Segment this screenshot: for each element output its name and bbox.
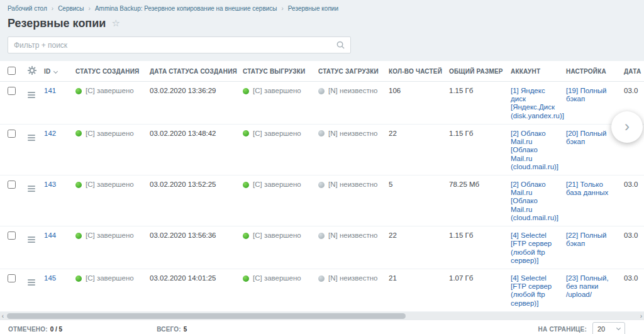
account-link[interactable]: [1] Яндекс диск [Яндекс.Диск (disk.yande… (511, 87, 564, 120)
column-header-date[interactable]: ДАТА (619, 61, 644, 82)
row-checkbox[interactable] (8, 231, 16, 240)
column-header-size[interactable]: ОБЩИЙ РАЗМЕР (444, 61, 506, 82)
cell-account: [4] Selectel [FTP сервер (любой ftp серв… (506, 226, 561, 269)
row-id-link[interactable]: 141 (44, 87, 56, 94)
row-id-link[interactable]: 144 (44, 231, 56, 239)
parts-count-text: 5 (389, 181, 392, 188)
cell-menu (23, 175, 39, 226)
row-menu-icon[interactable] (28, 278, 35, 286)
status-dot-icon (243, 182, 249, 188)
creation-date-text: 03.02.2020 13:36:29 (150, 87, 216, 94)
download-status-text: [N] неизвестно (328, 274, 377, 282)
cell-menu (23, 226, 39, 269)
row-id-link[interactable]: 142 (44, 130, 56, 137)
filter-bar (8, 36, 351, 53)
setting-link[interactable]: [22] Полный бэкап (566, 231, 607, 247)
setting-link[interactable]: [21] Только база данных (566, 181, 608, 196)
account-link[interactable]: [4] Selectel [FTP сервер (любой ftp серв… (511, 231, 552, 264)
column-header-account[interactable]: АККАУНТ (506, 61, 561, 82)
parts-count-text: 22 (389, 130, 397, 137)
breadcrumb-item[interactable]: Сервисы (58, 5, 84, 12)
column-header-id[interactable]: ID (39, 61, 70, 82)
row-menu-icon[interactable] (28, 235, 35, 243)
download-status-text: [N] неизвестно (328, 181, 377, 189)
cell-creation-status: [C] завершено (70, 124, 145, 175)
status-dot-icon (75, 182, 82, 188)
total-count-label: ВСЕГО: (157, 326, 181, 333)
row-checkbox[interactable] (8, 274, 16, 282)
setting-link[interactable]: [20] Полный бэкап (566, 130, 607, 145)
column-header-upload-status[interactable]: СТАТУС ВЫГРУЗКИ (238, 61, 313, 82)
scroll-right-arrow-icon[interactable]: › (638, 312, 644, 320)
cell-parts: 22 (384, 226, 444, 269)
selected-count-label: ОТМЕЧЕНО: (8, 326, 48, 333)
date-text: 03.0 (624, 231, 638, 239)
cell-creation-status: [C] завершено (70, 226, 145, 269)
creation-date-text: 03.02.2020 13:52:25 (150, 181, 216, 188)
row-menu-icon[interactable] (28, 91, 35, 98)
account-link[interactable]: [2] Облако Mail.ru [Облако Mail.ru (clou… (511, 181, 558, 221)
page-title: Резервные копии (8, 17, 106, 30)
cell-size: 1.15 Гб (444, 226, 506, 269)
setting-link[interactable]: [19] Полный бэкап (566, 87, 607, 103)
breadcrumb-separator-icon: › (89, 5, 91, 12)
column-header-creation-date[interactable]: ДАТА СТАТУСА СОЗДАНИЯ (145, 61, 238, 82)
cell-id: 144 (39, 226, 70, 269)
cell-download-status: [N] неизвестно (313, 175, 384, 226)
status-dot-icon (243, 233, 249, 239)
row-checkbox[interactable] (8, 130, 16, 138)
row-checkbox[interactable] (8, 87, 16, 95)
cell-checkbox (0, 82, 23, 125)
cell-upload-status: [C] завершено (238, 175, 313, 226)
cell-size: 78.25 Мб (444, 175, 506, 226)
account-link[interactable]: [4] Selectel [FTP сервер (любой ftp серв… (511, 274, 552, 307)
row-checkbox[interactable] (8, 181, 16, 189)
row-id-link[interactable]: 145 (44, 274, 56, 282)
panel-toggle-button[interactable]: › (611, 111, 643, 143)
grid-footer: ОТМЕЧЕНО: 0 / 5 ВСЕГО: 5 НА СТРАНИЦЕ: 20 (0, 320, 644, 334)
top-bar: Рабочий стол›Сервисы›Ammina Backup: Резе… (0, 0, 644, 61)
select-all-checkbox[interactable] (8, 67, 16, 75)
cell-parts: 21 (384, 269, 444, 311)
filter-search-input[interactable] (14, 41, 336, 50)
status-dot-icon (243, 276, 249, 282)
grid-settings-gear-icon[interactable] (28, 66, 36, 75)
status-dot-icon (318, 182, 325, 188)
column-header-setting[interactable]: НАСТРОЙКА (561, 61, 619, 82)
breadcrumb-item[interactable]: Рабочий стол (8, 5, 47, 12)
cell-account: [2] Облако Mail.ru [Облако Mail.ru (clou… (506, 175, 561, 226)
breadcrumb-item[interactable]: Ammina Backup: Резервное копирование на … (95, 5, 277, 12)
cell-size: 1.07 Гб (444, 269, 506, 311)
scrollbar-thumb[interactable] (7, 313, 406, 319)
account-link[interactable]: [2] Облако Mail.ru [Облако Mail.ru (clou… (511, 130, 558, 170)
search-icon[interactable] (336, 41, 345, 49)
per-page-select[interactable]: 20 (592, 322, 625, 334)
column-header-creation-status[interactable]: СТАТУС СОЗДАНИЯ (70, 61, 145, 82)
cell-download-status: [N] неизвестно (313, 82, 384, 125)
row-menu-icon[interactable] (28, 133, 35, 141)
creation-status-text: [C] завершено (86, 231, 134, 240)
breadcrumb: Рабочий стол›Сервисы›Ammina Backup: Резе… (8, 5, 636, 12)
status-dot-icon (318, 88, 325, 94)
column-header-download-status[interactable]: СТАТУС ЗАГРУЗКИ (313, 61, 384, 82)
total-size-text: 1.07 Гб (449, 274, 473, 282)
scrollbar-track[interactable] (6, 312, 638, 320)
scroll-left-arrow-icon[interactable]: ‹ (0, 312, 6, 320)
parts-count-text: 22 (389, 231, 397, 239)
cell-creation-date: 03.02.2020 13:48:42 (145, 124, 238, 175)
status-dot-icon (318, 276, 325, 282)
per-page-value: 20 (597, 325, 605, 333)
column-header-parts[interactable]: КОЛ-ВО ЧАСТЕЙ (384, 61, 444, 82)
total-size-text: 1.15 Гб (449, 130, 473, 137)
row-id-link[interactable]: 143 (44, 181, 56, 188)
row-menu-icon[interactable] (28, 184, 35, 192)
table-header-row: ID СТАТУС СОЗДАНИЯ ДАТА СТАТУСА СОЗДАНИЯ… (0, 61, 644, 82)
setting-link[interactable]: [23] Полный, без папки /upload/ (566, 274, 609, 298)
upload-status-text: [C] завершено (253, 274, 301, 282)
favorite-star-icon[interactable]: ☆ (111, 18, 119, 29)
cell-menu (23, 124, 39, 175)
breadcrumb-item[interactable]: Резервные копии (288, 5, 338, 12)
grid-scroll-area: ID СТАТУС СОЗДАНИЯ ДАТА СТАТУСА СОЗДАНИЯ… (0, 61, 644, 312)
cell-checkbox (0, 226, 23, 269)
cell-size: 1.15 Гб (444, 82, 506, 125)
